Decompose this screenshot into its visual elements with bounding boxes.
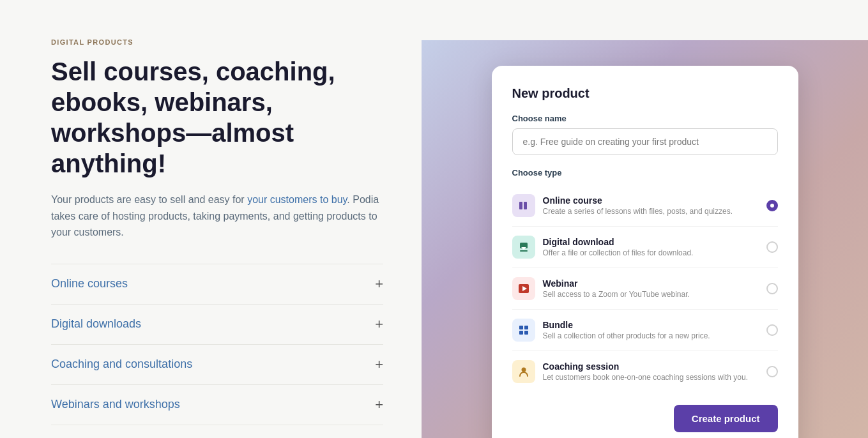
online-course-icon [512,194,535,217]
feature-item-coaching[interactable]: Coaching and consultations + [51,345,383,385]
bundle-name: Bundle [543,320,759,330]
webinar-icon [512,277,535,300]
coaching-session-radio[interactable] [766,366,778,377]
webinar-desc: Sell access to a Zoom or YouTube webinar… [543,290,759,299]
product-type-digital-download[interactable]: Digital download Offer a file or collect… [512,227,778,268]
plus-icon-webinars: + [375,396,383,413]
product-type-webinar[interactable]: Webinar Sell access to a Zoom or YouTube… [512,268,778,310]
webinar-name: Webinar [543,278,759,289]
coaching-session-icon [512,360,535,383]
digital-download-icon [512,236,535,259]
svg-rect-0 [519,202,522,209]
product-type-coaching-session[interactable]: Coaching session Let customers book one-… [512,351,778,392]
right-panel: New product Choose name Choose type Onli… [422,40,868,438]
bundle-desc: Sell a collection of other products for … [543,331,759,340]
digital-download-name: Digital download [543,237,759,247]
bundle-radio[interactable] [766,324,778,336]
plus-icon-coaching: + [375,356,383,373]
feature-label-coaching: Coaching and consultations [51,358,192,371]
svg-rect-6 [519,326,523,329]
svg-rect-7 [524,326,528,329]
svg-rect-3 [520,250,528,252]
highlight-text: your customers to buy [247,194,347,205]
new-product-modal: New product Choose name Choose type Onli… [492,66,798,438]
feature-label-webinars: Webinars and workshops [51,398,180,411]
digital-download-info: Digital download Offer a file or collect… [543,237,759,257]
online-course-name: Online course [543,195,759,206]
page-container: DIGITAL PRODUCTS Sell courses, coaching,… [0,0,868,438]
webinar-radio[interactable] [766,283,778,294]
bundle-icon [512,319,535,342]
product-name-input[interactable] [512,128,778,155]
bundle-info: Bundle Sell a collection of other produc… [543,320,759,340]
plus-icon-online-courses: + [375,276,383,292]
coaching-session-info: Coaching session Let customers book one-… [543,361,759,382]
svg-rect-8 [519,331,523,335]
choose-name-label: Choose name [512,114,778,123]
svg-rect-1 [524,202,527,209]
webinar-info: Webinar Sell access to a Zoom or YouTube… [543,278,759,299]
product-type-bundle[interactable]: Bundle Sell a collection of other produc… [512,310,778,351]
feature-item-webinars[interactable]: Webinars and workshops + [51,385,383,425]
online-course-info: Online course Create a series of lessons… [543,195,759,216]
feature-item-digital-downloads[interactable]: Digital downloads + [51,305,383,345]
create-product-button[interactable]: Create product [674,405,778,432]
left-panel: DIGITAL PRODUCTS Sell courses, coaching,… [0,0,422,438]
product-type-online-course[interactable]: Online course Create a series of lessons… [512,185,778,227]
feature-list: Online courses + Digital downloads + Coa… [51,264,383,425]
feature-label-online-courses: Online courses [51,277,128,291]
coaching-session-desc: Let customers book one-on-one coaching s… [543,373,759,382]
coaching-session-name: Coaching session [543,361,759,372]
digital-download-radio[interactable] [766,241,778,253]
modal-title: New product [512,86,778,101]
plus-icon-digital-downloads: + [375,316,383,333]
feature-item-online-courses[interactable]: Online courses + [51,264,383,305]
choose-type-label: Choose type [512,168,778,177]
headline: Sell courses, coaching, ebooks, webinars… [51,56,383,179]
description: Your products are easy to sell and easy … [51,192,383,241]
svg-rect-9 [524,331,528,335]
svg-point-10 [521,367,526,372]
product-type-list: Online course Create a series of lessons… [512,185,778,392]
online-course-desc: Create a series of lessons with files, p… [543,207,759,216]
online-course-radio[interactable] [766,200,778,211]
digital-download-desc: Offer a file or collection of files for … [543,248,759,257]
category-label: DIGITAL PRODUCTS [51,38,383,46]
feature-label-digital-downloads: Digital downloads [51,317,141,331]
modal-footer: Create product [512,405,778,432]
